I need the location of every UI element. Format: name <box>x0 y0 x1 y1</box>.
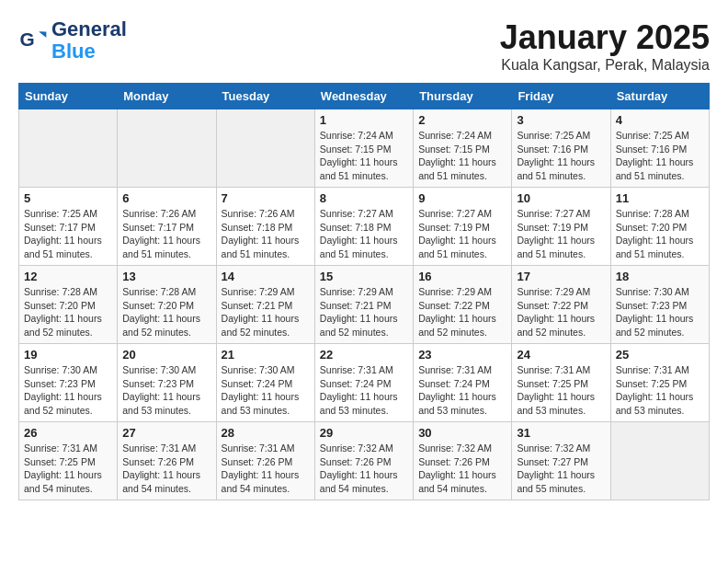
day-number: 25 <box>616 348 704 362</box>
day-info: Sunrise: 7:25 AM Sunset: 7:16 PM Dayligh… <box>517 129 605 183</box>
day-info: Sunrise: 7:26 AM Sunset: 7:17 PM Dayligh… <box>122 207 210 261</box>
calendar-cell: 26 Sunrise: 7:31 AM Sunset: 7:25 PM Dayl… <box>19 422 118 500</box>
day-info: Sunrise: 7:30 AM Sunset: 7:23 PM Dayligh… <box>616 285 704 339</box>
calendar-cell: 20 Sunrise: 7:30 AM Sunset: 7:23 PM Dayl… <box>118 344 216 422</box>
day-number: 8 <box>320 191 408 205</box>
page-header: G GeneralBlue January 2025 Kuala Kangsar… <box>18 18 710 74</box>
day-info: Sunrise: 7:29 AM Sunset: 7:22 PM Dayligh… <box>517 285 605 339</box>
day-number: 28 <box>222 426 310 440</box>
calendar-cell: 5 Sunrise: 7:25 AM Sunset: 7:17 PM Dayli… <box>19 188 118 266</box>
calendar-cell: 10 Sunrise: 7:27 AM Sunset: 7:19 PM Dayl… <box>512 188 610 266</box>
day-info: Sunrise: 7:27 AM Sunset: 7:19 PM Dayligh… <box>418 207 506 261</box>
calendar-cell: 3 Sunrise: 7:25 AM Sunset: 7:16 PM Dayli… <box>512 109 610 188</box>
day-number: 22 <box>320 348 408 362</box>
calendar-cell: 9 Sunrise: 7:27 AM Sunset: 7:19 PM Dayli… <box>414 188 512 266</box>
day-info: Sunrise: 7:27 AM Sunset: 7:19 PM Dayligh… <box>517 207 605 261</box>
calendar-week-row: 12 Sunrise: 7:28 AM Sunset: 7:20 PM Dayl… <box>19 266 710 344</box>
day-number: 26 <box>24 426 112 440</box>
day-info: Sunrise: 7:25 AM Sunset: 7:16 PM Dayligh… <box>616 129 704 183</box>
logo-icon: G <box>18 26 48 55</box>
calendar-cell: 25 Sunrise: 7:31 AM Sunset: 7:25 PM Dayl… <box>610 344 709 422</box>
day-info: Sunrise: 7:31 AM Sunset: 7:25 PM Dayligh… <box>517 363 605 418</box>
calendar-cell: 30 Sunrise: 7:32 AM Sunset: 7:26 PM Dayl… <box>414 422 512 500</box>
day-info: Sunrise: 7:32 AM Sunset: 7:26 PM Dayligh… <box>418 442 506 496</box>
calendar-cell: 15 Sunrise: 7:29 AM Sunset: 7:21 PM Dayl… <box>314 266 413 344</box>
day-number: 21 <box>222 348 310 362</box>
calendar-table: SundayMondayTuesdayWednesdayThursdayFrid… <box>18 83 710 500</box>
day-number: 2 <box>418 113 506 127</box>
day-number: 29 <box>320 426 408 440</box>
calendar-cell: 28 Sunrise: 7:31 AM Sunset: 7:26 PM Dayl… <box>216 422 314 500</box>
calendar-cell: 11 Sunrise: 7:28 AM Sunset: 7:20 PM Dayl… <box>610 188 709 266</box>
day-number: 4 <box>616 113 704 127</box>
calendar-cell: 6 Sunrise: 7:26 AM Sunset: 7:17 PM Dayli… <box>118 188 216 266</box>
svg-text:G: G <box>20 29 35 51</box>
day-info: Sunrise: 7:31 AM Sunset: 7:24 PM Dayligh… <box>418 363 506 418</box>
calendar-cell: 7 Sunrise: 7:26 AM Sunset: 7:18 PM Dayli… <box>216 188 314 266</box>
day-number: 18 <box>616 270 704 283</box>
day-info: Sunrise: 7:24 AM Sunset: 7:15 PM Dayligh… <box>320 129 408 183</box>
day-number: 5 <box>24 191 112 205</box>
logo-text: GeneralBlue <box>51 18 127 63</box>
calendar-cell: 27 Sunrise: 7:31 AM Sunset: 7:26 PM Dayl… <box>118 422 216 500</box>
calendar-cell: 12 Sunrise: 7:28 AM Sunset: 7:20 PM Dayl… <box>19 266 118 344</box>
calendar-cell: 1 Sunrise: 7:24 AM Sunset: 7:15 PM Dayli… <box>314 109 413 188</box>
header-saturday: Saturday <box>610 84 709 109</box>
title-block: January 2025 Kuala Kangsar, Perak, Malay… <box>500 18 710 74</box>
calendar-week-row: 19 Sunrise: 7:30 AM Sunset: 7:23 PM Dayl… <box>19 344 710 422</box>
logo: G GeneralBlue <box>18 18 127 63</box>
day-number: 10 <box>517 191 605 205</box>
day-info: Sunrise: 7:25 AM Sunset: 7:17 PM Dayligh… <box>24 207 112 261</box>
header-thursday: Thursday <box>414 84 512 109</box>
day-number: 20 <box>122 348 210 362</box>
day-info: Sunrise: 7:31 AM Sunset: 7:24 PM Dayligh… <box>320 363 408 418</box>
header-monday: Monday <box>118 84 216 109</box>
calendar-cell: 21 Sunrise: 7:30 AM Sunset: 7:24 PM Dayl… <box>216 344 314 422</box>
day-info: Sunrise: 7:31 AM Sunset: 7:26 PM Dayligh… <box>122 442 210 496</box>
calendar-cell: 29 Sunrise: 7:32 AM Sunset: 7:26 PM Dayl… <box>314 422 413 500</box>
calendar-cell: 31 Sunrise: 7:32 AM Sunset: 7:27 PM Dayl… <box>512 422 610 500</box>
day-number: 17 <box>517 270 605 283</box>
day-number: 13 <box>122 270 210 283</box>
calendar-cell: 13 Sunrise: 7:28 AM Sunset: 7:20 PM Dayl… <box>118 266 216 344</box>
calendar-cell: 22 Sunrise: 7:31 AM Sunset: 7:24 PM Dayl… <box>314 344 413 422</box>
header-friday: Friday <box>512 84 610 109</box>
day-info: Sunrise: 7:32 AM Sunset: 7:26 PM Dayligh… <box>320 442 408 496</box>
calendar-cell <box>118 109 216 188</box>
calendar-cell <box>216 109 314 188</box>
day-number: 23 <box>418 348 506 362</box>
header-tuesday: Tuesday <box>216 84 314 109</box>
calendar-cell <box>19 109 118 188</box>
month-title: January 2025 <box>500 18 710 57</box>
svg-marker-2 <box>39 32 46 38</box>
day-number: 31 <box>517 426 605 440</box>
day-info: Sunrise: 7:28 AM Sunset: 7:20 PM Dayligh… <box>24 285 112 339</box>
calendar-cell: 18 Sunrise: 7:30 AM Sunset: 7:23 PM Dayl… <box>610 266 709 344</box>
day-info: Sunrise: 7:29 AM Sunset: 7:21 PM Dayligh… <box>222 285 310 339</box>
header-wednesday: Wednesday <box>314 84 413 109</box>
day-info: Sunrise: 7:31 AM Sunset: 7:25 PM Dayligh… <box>24 442 112 496</box>
day-info: Sunrise: 7:28 AM Sunset: 7:20 PM Dayligh… <box>122 285 210 339</box>
day-number: 16 <box>418 270 506 283</box>
day-info: Sunrise: 7:30 AM Sunset: 7:24 PM Dayligh… <box>222 363 310 418</box>
day-number: 3 <box>517 113 605 127</box>
day-info: Sunrise: 7:27 AM Sunset: 7:18 PM Dayligh… <box>320 207 408 261</box>
calendar-cell <box>610 422 709 500</box>
calendar-cell: 14 Sunrise: 7:29 AM Sunset: 7:21 PM Dayl… <box>216 266 314 344</box>
day-info: Sunrise: 7:26 AM Sunset: 7:18 PM Dayligh… <box>222 207 310 261</box>
day-number: 9 <box>418 191 506 205</box>
day-info: Sunrise: 7:29 AM Sunset: 7:22 PM Dayligh… <box>418 285 506 339</box>
header-sunday: Sunday <box>19 84 118 109</box>
calendar-cell: 17 Sunrise: 7:29 AM Sunset: 7:22 PM Dayl… <box>512 266 610 344</box>
day-number: 19 <box>24 348 112 362</box>
calendar-week-row: 1 Sunrise: 7:24 AM Sunset: 7:15 PM Dayli… <box>19 109 710 188</box>
day-number: 11 <box>616 191 704 205</box>
day-number: 30 <box>418 426 506 440</box>
day-info: Sunrise: 7:31 AM Sunset: 7:25 PM Dayligh… <box>616 363 704 418</box>
calendar-cell: 19 Sunrise: 7:30 AM Sunset: 7:23 PM Dayl… <box>19 344 118 422</box>
day-info: Sunrise: 7:31 AM Sunset: 7:26 PM Dayligh… <box>222 442 310 496</box>
calendar-cell: 4 Sunrise: 7:25 AM Sunset: 7:16 PM Dayli… <box>610 109 709 188</box>
day-number: 27 <box>122 426 210 440</box>
day-number: 1 <box>320 113 408 127</box>
day-number: 24 <box>517 348 605 362</box>
